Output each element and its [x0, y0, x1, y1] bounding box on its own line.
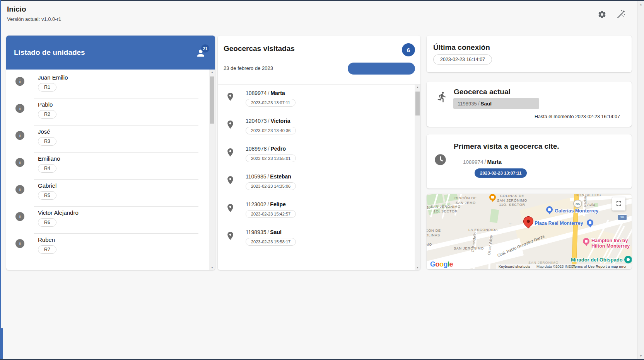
first-visit-time-chip: 2023-02-23 13:07:11: [475, 168, 527, 178]
fullscreen-button[interactable]: [612, 197, 625, 211]
map-area-label: CÓN DE OLINAS: [427, 229, 441, 238]
units-scrollbar[interactable]: ▲ ▼: [209, 70, 215, 270]
attraction-poi-icon[interactable]: [624, 256, 632, 263]
clock-icon: [434, 154, 446, 167]
map[interactable]: ← RINCÓN DE SAN JEMO SAN JERÓNIMO 1O. SE…: [427, 194, 632, 269]
unit-row[interactable]: i Emiliano R4: [6, 153, 209, 180]
unit-name: Victor Alejandro: [38, 209, 209, 216]
unit-code-chip: R6: [38, 218, 56, 227]
unit-row[interactable]: i Gabriel R5: [6, 180, 209, 207]
theme-toggle-button[interactable]: [616, 9, 626, 20]
visits-list: 1089974/Marta 2023-02-23 13:07:11 120407…: [218, 85, 415, 270]
person-icon: 21: [196, 48, 206, 58]
separator: /: [267, 173, 269, 180]
unit-name: Gabriel: [38, 182, 209, 189]
units-list: i Juan Emilio R1 i Pablo R2 i José R3 i …: [6, 70, 209, 270]
map-area-label: GONZALITOS: [576, 194, 601, 198]
map-area-label: SAN JERONIMO: [454, 246, 484, 251]
info-icon[interactable]: i: [15, 104, 24, 113]
unit-name: José: [38, 128, 209, 135]
map-data-label: Map data ©2023 INEGI: [536, 264, 575, 268]
last-connection-card: Última conexión 2023-02-23 16:14:07: [427, 36, 632, 72]
info-icon[interactable]: i: [15, 185, 24, 194]
current-geofence-title: Geocerca actual: [454, 88, 511, 96]
info-icon[interactable]: i: [15, 239, 24, 248]
map-pin-icon: [225, 231, 235, 242]
unit-row[interactable]: i José R3: [6, 126, 209, 153]
poi-label-mirador[interactable]: Mirador del Obispado: [571, 257, 623, 263]
until-now-label: Hasta el momento 2023-02-23 16:14:07: [535, 114, 620, 119]
poi-label-plaza[interactable]: Plaza Real Monterrey: [535, 221, 583, 226]
last-connection-time-chip: 2023-02-23 16:14:07: [433, 54, 492, 65]
page-title: Inicio: [7, 5, 61, 14]
visit-row: 1204073/Victoria 2023-02-23 13:40:36: [218, 115, 415, 143]
unit-row[interactable]: i Juan Emilio R1: [6, 71, 209, 98]
scrollbar-thumb[interactable]: [210, 76, 214, 124]
scroll-down-arrow-icon[interactable]: ▼: [415, 266, 420, 269]
visit-time-chip: 2023-02-23 14:35:06: [246, 182, 296, 190]
map-street-label: Ávila: [587, 202, 595, 207]
visit-name: Esteban: [270, 173, 291, 180]
poi-label-hampton[interactable]: Hampton Inn by Hilton Monterrey: [591, 238, 630, 249]
unit-row[interactable]: i Victor Alejandro R6: [6, 207, 209, 234]
highway-shield-85: 85: [573, 200, 582, 208]
info-icon[interactable]: i: [15, 77, 24, 86]
unit-code-chip: R4: [38, 164, 56, 173]
visit-name: Felipe: [270, 201, 285, 207]
shopping-poi-icon[interactable]: [587, 219, 593, 226]
separator: /: [267, 229, 269, 235]
visits-count-badge: 6: [402, 43, 415, 56]
info-icon[interactable]: i: [15, 131, 24, 140]
window-top-edge: [0, 0, 644, 1]
map-pin-icon: [225, 148, 235, 159]
current-geofence-chip: 1198935/Saul: [453, 98, 539, 109]
visit-title: 1123002/Felipe: [246, 201, 415, 208]
separator: /: [267, 201, 269, 207]
route-badge-26: 26: [618, 214, 627, 220]
visit-row: 1089978/Pedro 2023-02-23 13:55:01: [218, 143, 415, 171]
map-pin-icon: [225, 92, 235, 103]
visit-title: 1089974/Marta: [246, 90, 415, 97]
visits-action-button[interactable]: [348, 63, 415, 75]
restaurant-poi-icon[interactable]: [489, 194, 496, 200]
scroll-up-arrow-icon[interactable]: ▲: [209, 71, 215, 73]
terms-of-use-link[interactable]: Terms of Use: [573, 264, 594, 268]
visit-title: 1198935/Saul: [246, 229, 415, 236]
unit-name: Ruben: [38, 236, 209, 243]
scroll-down-arrow-icon[interactable]: ▼: [638, 354, 644, 358]
settings-button[interactable]: [598, 10, 606, 20]
one-way-arrow-icon: ←: [509, 220, 513, 226]
unit-row[interactable]: i Ruben R7: [6, 234, 209, 261]
unit-id: 1198935: [458, 101, 477, 107]
page-scrollbar[interactable]: ▲ ▼: [637, 1, 644, 359]
visit-row: 1198935/Saul 2023-02-23 15:58:17: [218, 226, 415, 254]
visits-scrollbar[interactable]: ▲ ▼: [415, 85, 420, 270]
shopping-poi-icon[interactable]: [546, 206, 553, 213]
scrollbar-thumb[interactable]: [415, 92, 420, 115]
unit-name: Pablo: [38, 101, 209, 108]
unit-row[interactable]: i Pablo R2: [6, 98, 209, 126]
page-header: Inicio Versión actual: v1.0.0-r1: [7, 5, 61, 22]
fullscreen-icon: [616, 200, 622, 208]
info-icon[interactable]: i: [15, 158, 24, 167]
poi-label-galerias[interactable]: Galerías Monterrey: [555, 208, 598, 214]
scroll-down-arrow-icon[interactable]: ▼: [209, 266, 215, 269]
visit-time-chip: 2023-02-23 15:42:57: [246, 210, 296, 218]
gear-icon: [598, 14, 606, 20]
report-map-error-link[interactable]: Report a map error: [596, 264, 627, 268]
scroll-up-arrow-icon[interactable]: ▲: [415, 86, 420, 88]
keyboard-shortcuts-button[interactable]: Keyboard shortcuts: [499, 264, 530, 268]
google-logo[interactable]: Google: [430, 260, 453, 268]
unit-name: Emiliano: [38, 155, 209, 162]
runner-icon: [436, 91, 448, 105]
first-visit-title: Primera visita a geocerca clte.: [454, 142, 559, 151]
scroll-up-arrow-icon[interactable]: ▲: [638, 3, 644, 6]
visit-time-chip: 2023-02-23 13:55:01: [246, 155, 296, 162]
hotel-poi-icon[interactable]: [583, 238, 589, 245]
unit-code-chip: R7: [38, 245, 56, 254]
info-icon[interactable]: i: [15, 212, 24, 221]
units-count-badge: 21: [201, 44, 209, 53]
visits-card-title: Geocercas visitadas: [224, 44, 295, 53]
unit-code-chip: R1: [38, 83, 56, 92]
separator: /: [268, 90, 270, 96]
